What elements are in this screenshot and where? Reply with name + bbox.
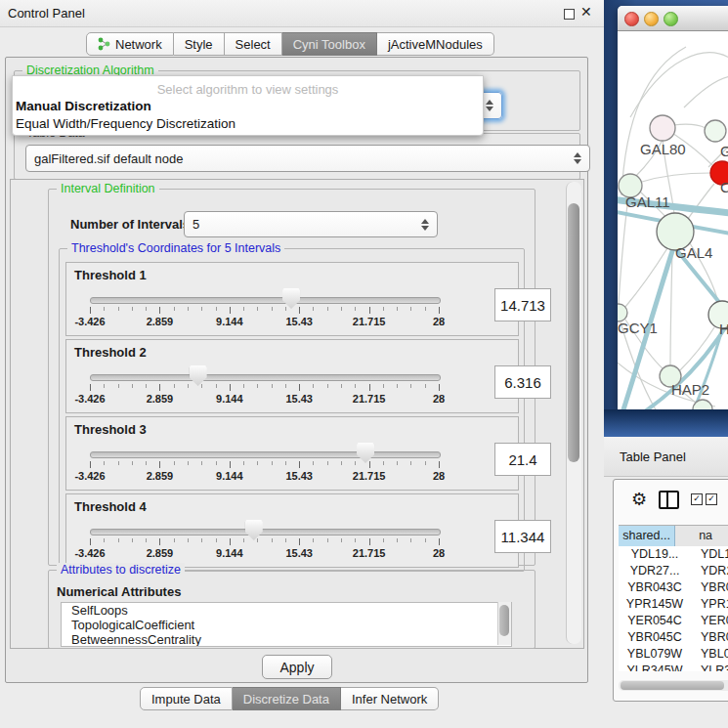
control-panel-title: Control Panel	[8, 6, 85, 21]
slider-ticks	[90, 384, 439, 392]
threshold-value-field[interactable]: 6.316	[494, 365, 551, 399]
tab-jactivemnodules[interactable]: jActiveMNodules	[377, 32, 494, 56]
attributes-group-title: Attributes to discretize	[57, 563, 185, 577]
table-row[interactable]: YBR045CYBR0	[619, 629, 728, 646]
tab-network[interactable]: Network	[86, 32, 174, 56]
node-gal80	[650, 115, 675, 141]
table-horizontal-scrollbar[interactable]	[619, 680, 728, 691]
cell-name: YER0	[691, 613, 728, 629]
table-row[interactable]: YDL19...YDL1	[619, 546, 728, 563]
label-gcy1: GCY1	[618, 320, 658, 336]
tab-infer-network-label: Infer Network	[352, 692, 427, 707]
float-window-icon[interactable]	[564, 9, 575, 20]
number-of-intervals-combo[interactable]: 5	[184, 211, 438, 237]
close-icon[interactable]: ✕	[580, 4, 592, 20]
tab-discretize-data[interactable]: Discretize Data	[233, 687, 341, 710]
scale-tick-label: -3.426	[74, 470, 105, 482]
cell-shared-name: YDL19...	[619, 546, 691, 563]
scale-tick-label: 15.43	[285, 393, 313, 405]
algorithm-option-equal-width[interactable]: Equal Width/Frequency Discretization	[16, 116, 236, 131]
table-row[interactable]: YBR043CYBR0	[619, 579, 728, 596]
slider-track[interactable]	[90, 529, 441, 535]
checkbox-icon[interactable]: ✓	[691, 493, 703, 505]
threshold-label: Threshold 4	[74, 499, 147, 514]
scale-tick-label: 28	[433, 547, 445, 559]
close-traffic-icon[interactable]	[624, 12, 639, 26]
slider-thumb[interactable]	[282, 288, 300, 309]
slider-scale-labels: -3.4262.8599.14415.4321.71528	[90, 547, 439, 559]
settings-vertical-scrollbar[interactable]	[566, 182, 581, 644]
network-canvas[interactable]: GAL80 GA C GAL11 GAL4 GCY1 HA HAP2	[618, 30, 728, 410]
scale-tick-label: 28	[433, 393, 445, 405]
scale-tick-label: 9.144	[216, 547, 243, 559]
table-row[interactable]: YLR345WYLR3	[619, 663, 728, 671]
scrollbar-thumb[interactable]	[621, 681, 724, 690]
threshold-value-field[interactable]: 21.4	[494, 443, 551, 476]
slider-thumb[interactable]	[245, 520, 263, 540]
tab-discretize-data-label: Discretize Data	[243, 692, 329, 707]
scrollbar-thumb[interactable]	[568, 203, 579, 462]
tab-select[interactable]: Select	[225, 32, 282, 56]
tab-jactivemnodules-label: jActiveMNodules	[388, 37, 483, 52]
table-data-combo-value: galFiltered.sif default node	[34, 151, 183, 166]
zoom-traffic-icon[interactable]	[664, 12, 678, 26]
apply-button[interactable]: Apply	[262, 655, 332, 679]
scale-tick-label: 21.715	[353, 393, 386, 405]
scale-tick-label: 15.43	[285, 547, 313, 559]
label-partial-h-right: HA	[719, 321, 728, 337]
slider-track[interactable]	[90, 374, 441, 381]
slider-thumb[interactable]	[357, 443, 374, 463]
table-panel-title: Table Panel	[620, 450, 686, 464]
tab-impute-data[interactable]: Impute Data	[140, 687, 233, 710]
table-rows[interactable]: YDL19...YDL1YDR27...YDR2YBR043CYBR0YPR14…	[619, 546, 728, 671]
screen: Control Panel ✕ Network Style Select Cyn…	[0, 0, 728, 728]
table-row[interactable]: YDR27...YDR2	[619, 563, 728, 579]
attribute-list-item[interactable]: TopologicalCoefficient	[62, 618, 511, 632]
scale-tick-label: 9.144	[216, 393, 243, 405]
column-header-shared[interactable]: shared...	[619, 526, 675, 546]
combo-stepper-icon	[421, 219, 429, 231]
threshold-label: Threshold 3	[74, 422, 147, 437]
split-columns-icon[interactable]	[659, 491, 679, 509]
column-header-name[interactable]: na	[675, 526, 728, 546]
table-row[interactable]: YBL079WYBL0	[619, 646, 728, 663]
scale-tick-label: 21.715	[353, 547, 386, 559]
cell-name: YDR2	[691, 563, 728, 579]
slider-thumb[interactable]	[190, 365, 207, 386]
cell-shared-name: YER054C	[619, 613, 691, 629]
scale-tick-label: 21.715	[353, 470, 386, 482]
table-row[interactable]: YPR145WYPR1	[619, 596, 728, 613]
table-data-group: Table Data galFiltered.sif default node	[14, 133, 580, 180]
tab-infer-network[interactable]: Infer Network	[341, 687, 439, 710]
slider-track[interactable]	[90, 297, 441, 304]
numerical-attributes-list[interactable]: SelfLoopsTopologicalCoefficientBetweenne…	[61, 602, 512, 647]
combo-stepper-icon	[574, 152, 581, 164]
threshold-value-field[interactable]: 14.713	[494, 288, 551, 321]
tab-style[interactable]: Style	[174, 32, 225, 56]
network-window-titlebar	[618, 6, 728, 31]
label-gal4: GAL4	[675, 244, 712, 261]
tab-impute-data-label: Impute Data	[151, 692, 221, 707]
table-row[interactable]: YER054CYER0	[619, 613, 728, 629]
cell-name: YBR0	[691, 629, 728, 646]
minimize-traffic-icon[interactable]	[644, 12, 659, 26]
scale-tick-label: 15.43	[285, 470, 313, 482]
node-top-right	[705, 120, 726, 142]
table-data-combo[interactable]: galFiltered.sif default node	[25, 145, 590, 172]
attribute-list-item[interactable]: BetweennessCentrality	[62, 632, 511, 647]
tab-network-label: Network	[115, 37, 162, 52]
bottom-tab-bar: Impute Data Discretize Data Infer Networ…	[140, 687, 439, 710]
table-header-row: shared... na	[619, 525, 728, 547]
number-of-intervals-label: Number of Intervals	[70, 217, 190, 232]
checkbox-icon[interactable]: ✓	[706, 493, 717, 505]
attributes-scrollbar[interactable]	[497, 602, 511, 645]
tab-cyni-toolbox[interactable]: Cyni Toolbox	[282, 32, 377, 56]
threshold-panel-1: Threshold 1-3.4262.8599.14415.4321.71528…	[65, 262, 519, 336]
algorithm-option-manual[interactable]: Manual Discretization	[16, 99, 151, 113]
slider-track[interactable]	[90, 451, 441, 458]
threshold-label: Threshold 1	[74, 268, 147, 282]
attribute-list-item[interactable]: SelfLoops	[62, 603, 511, 618]
gear-icon[interactable]: ⚙	[631, 491, 647, 508]
threshold-value-field[interactable]: 11.344	[494, 520, 551, 553]
control-panel-titlebar	[0, 0, 604, 27]
